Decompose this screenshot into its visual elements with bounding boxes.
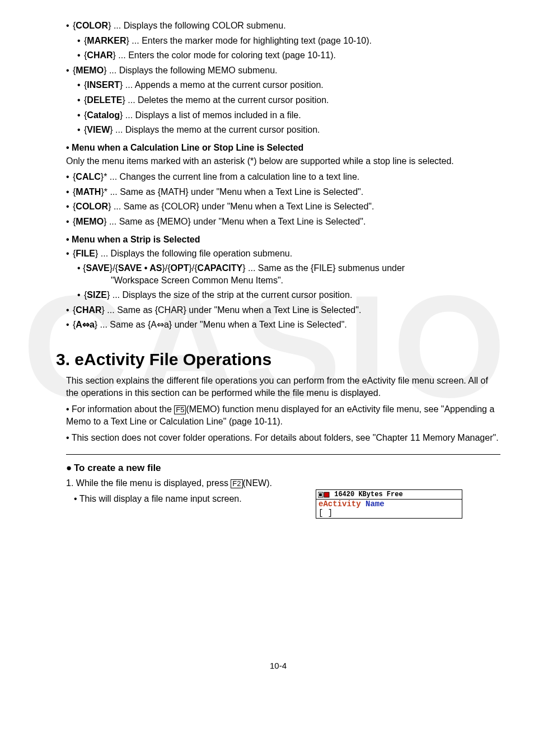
item-catalog: •{Catalog} ... Displays a list of memos … <box>77 109 500 122</box>
create-step-1: 1. While the file menu is displayed, pre… <box>66 477 500 489</box>
section-3-title: 3. eActivity File Operations <box>56 350 500 369</box>
item-insert: •{INSERT} ... Appends a memo at the curr… <box>77 79 500 91</box>
top-menu-list: •{COLOR} ... Displays the following COLO… <box>56 20 500 136</box>
calc-input-brackets: [ ] <box>318 509 460 517</box>
section-3-intro: This section explains the different file… <box>66 375 500 400</box>
folders-note: • This section does not cover folder ope… <box>66 432 500 444</box>
battery-icon <box>318 492 330 498</box>
item-aa: •{A⇔a} ... Same as {A⇔a} under "Menu whe… <box>66 319 500 331</box>
strip-heading: • Menu when a Strip is Selected <box>66 235 500 245</box>
calc-name-label: Name <box>361 500 385 508</box>
calc-eactivity-label: eActivity <box>318 500 361 508</box>
svg-rect-2 <box>324 492 329 497</box>
calc-line-intro: Only the menu items marked with an aster… <box>66 155 500 167</box>
item-save-chain: • {SAVE}/{SAVE • AS}/{OPT}/{CAPACITY} ..… <box>77 262 500 286</box>
item-view: •{VIEW} ... Displays the memo at the cur… <box>77 124 500 136</box>
f5-key-icon: F5 <box>174 405 186 414</box>
item-color: •{COLOR} ... Displays the following COLO… <box>66 20 500 32</box>
item-char: •{CHAR} ... Enters the color mode for co… <box>77 49 500 62</box>
calc-line-heading: • Menu when a Calculation Line or Stop L… <box>66 143 500 153</box>
item-marker: •{MARKER} ... Enters the marker mode for… <box>77 35 500 47</box>
item-memo2: •{MEMO} ... Same as {MEMO} under "Menu w… <box>66 216 500 228</box>
calc-header: 16420 KBytes Free <box>316 490 462 500</box>
item-delete: •{DELETE} ... Deletes the memo at the cu… <box>77 94 500 106</box>
svg-rect-1 <box>319 493 322 496</box>
item-color2: •{COLOR} ... Same as {COLOR} under "Menu… <box>66 200 500 213</box>
item-memo: •{MEMO} ... Displays the following MEMO … <box>66 64 500 77</box>
item-save-cont: "Workspace Screen Common Menu Items". <box>111 274 500 287</box>
page-number: 10-4 <box>56 661 500 670</box>
f2-key-icon: F2 <box>231 479 242 488</box>
item-math: •{MATH}* ... Same as {MATH} under "Menu … <box>66 186 500 198</box>
item-calc: •{CALC}* ... Changes the current line fr… <box>66 171 500 183</box>
calculator-screen: 16420 KBytes Free eActivity Name [ ] <box>316 489 462 519</box>
item-size: •{SIZE} ... Displays the size of the str… <box>77 289 500 301</box>
create-file-heading: ●To create a new file <box>66 463 500 474</box>
divider <box>66 454 500 455</box>
item-file: •{FILE} ... Displays the following file … <box>66 248 500 260</box>
item-char2: •{CHAR} ... Same as {CHAR} under "Menu w… <box>66 304 500 316</box>
f5-note: • For information about the F5(MEMO) fun… <box>66 403 500 428</box>
